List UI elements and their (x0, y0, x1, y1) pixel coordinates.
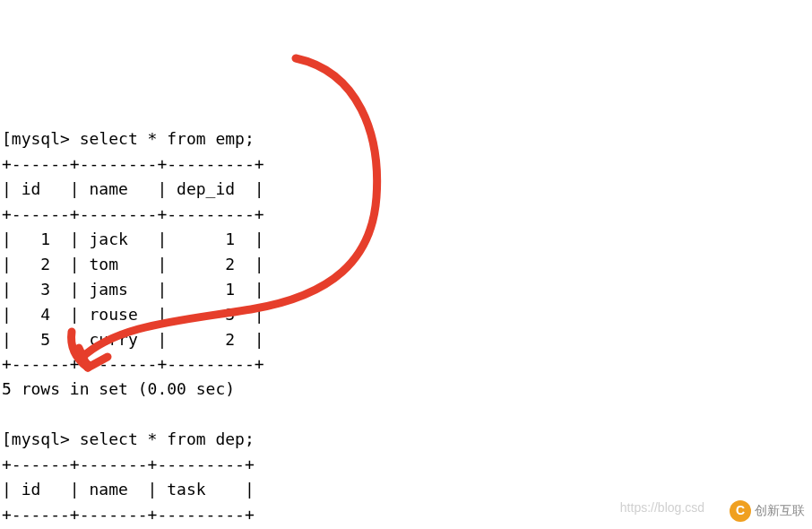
table-border: +------+--------+---------+ (2, 154, 264, 173)
result-footer-1: 5 rows in set (0.00 sec) (2, 379, 235, 398)
sql-query-1: select * from emp; (80, 129, 255, 148)
table-border: +------+--------+---------+ (2, 354, 264, 373)
table-border: +------+-------+---------+ (2, 505, 255, 524)
watermark-logo: C 创新互联 (730, 500, 805, 522)
logo-icon: C (730, 500, 751, 522)
table-border: +------+-------+---------+ (2, 455, 255, 473)
table-row: | 2 | tom | 2 | (2, 255, 264, 273)
terminal-output: [mysql> select * from emp; +------+-----… (0, 100, 812, 529)
mysql-prompt: [mysql> (2, 429, 80, 448)
mysql-prompt: [mysql> (2, 129, 80, 148)
watermark-url: https://blog.csd (620, 499, 704, 518)
table-row: | 1 | jack | 1 | (2, 230, 264, 248)
table-header-dep: | id | name | task | (2, 480, 255, 499)
table-header-emp: | id | name | dep_id | (2, 179, 264, 198)
table-row: | 3 | jams | 1 | (2, 280, 264, 299)
table-border: +------+--------+---------+ (2, 204, 264, 223)
table-row: | 4 | rouse | 3 | (2, 305, 264, 324)
table-row: | 5 | curry | 2 | (2, 330, 264, 349)
sql-query-2: select * from dep; (80, 429, 255, 448)
watermark-brand: 创新互联 (755, 501, 805, 521)
